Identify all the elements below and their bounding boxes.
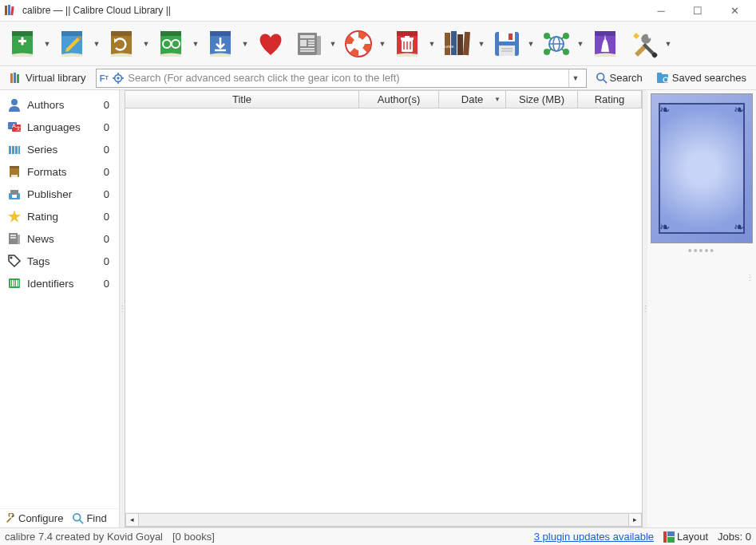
library-dropdown[interactable]: ▼: [476, 26, 487, 62]
help-dropdown[interactable]: ▼: [377, 26, 388, 62]
column-header-size[interactable]: Size (MB): [506, 91, 578, 108]
svg-rect-106: [663, 531, 667, 543]
tag-row-series[interactable]: Series0: [0, 138, 119, 160]
convert-books-dropdown[interactable]: ▼: [141, 26, 152, 62]
cover-image[interactable]: ❧❧ ❧❧: [651, 93, 753, 243]
edit-metadata-button[interactable]: [54, 26, 91, 62]
svg-rect-24: [308, 42, 315, 44]
tag-row-authors[interactable]: Authors0: [0, 93, 119, 116]
maximize-button[interactable]: ☐: [679, 0, 716, 22]
view-book-button[interactable]: [153, 26, 190, 62]
book-list-body[interactable]: [125, 109, 642, 512]
get-books-button[interactable]: [203, 26, 239, 62]
tag-count: 0: [104, 278, 113, 290]
tag-row-languages[interactable]: A文Languages0: [0, 116, 119, 138]
book-details: [647, 255, 756, 527]
find-label: Find: [86, 512, 106, 524]
languages-icon: A文: [6, 119, 22, 135]
preferences-dropdown[interactable]: ▼: [663, 26, 674, 62]
layout-button[interactable]: Layout: [663, 531, 708, 543]
fulltext-icon[interactable]: FT: [100, 73, 109, 83]
horizontal-scrollbar[interactable]: ◂ ▸: [125, 512, 642, 527]
edit-metadata-dropdown[interactable]: ▼: [91, 26, 102, 62]
tag-row-formats[interactable]: Formats0: [0, 160, 119, 183]
add-books-dropdown[interactable]: ▼: [42, 26, 53, 62]
tag-row-publisher[interactable]: Publisher0: [0, 183, 119, 205]
svg-rect-85: [15, 146, 18, 154]
search-row: Virtual library FT ▼ Search Saved search…: [0, 66, 756, 90]
tag-label: Tags: [27, 255, 104, 267]
svg-rect-65: [17, 74, 19, 83]
book-list-header: TitleAuthor(s)Date▼Size (MB)Rating: [125, 91, 642, 109]
get-books-dropdown[interactable]: ▼: [239, 26, 251, 62]
scroll-left-button[interactable]: ◂: [125, 513, 139, 527]
remove-books-dropdown[interactable]: ▼: [426, 26, 437, 62]
svg-rect-101: [14, 280, 15, 286]
panel-menu-icon[interactable]: ⋮: [746, 273, 754, 283]
virtual-library-label: Virtual library: [26, 72, 86, 84]
authors-icon: [6, 97, 22, 113]
minimize-button[interactable]: ─: [643, 0, 679, 22]
tag-count: 0: [104, 211, 113, 223]
save-to-disk-dropdown[interactable]: ▼: [525, 26, 536, 62]
preferences-button[interactable]: [626, 26, 663, 62]
titlebar: calibre — || Calibre Cloud Library || ─ …: [0, 0, 756, 22]
column-header-date[interactable]: Date▼: [439, 91, 506, 108]
svg-line-57: [548, 37, 552, 39]
svg-rect-95: [10, 235, 16, 236]
scroll-track[interactable]: [139, 513, 628, 527]
horizontal-splitter[interactable]: •••••: [647, 247, 756, 255]
tag-row-tags[interactable]: Tags0: [0, 250, 119, 272]
svg-line-56: [561, 37, 564, 39]
view-book-dropdown[interactable]: ▼: [190, 26, 201, 62]
search-box[interactable]: FT ▼: [96, 69, 587, 88]
news-icon: [6, 231, 22, 247]
fetch-news-button[interactable]: [291, 26, 327, 62]
status-bar: calibre 7.4 created by Kovid Goyal [0 bo…: [0, 527, 756, 545]
search-button[interactable]: Search: [592, 70, 647, 85]
gear-icon[interactable]: [112, 72, 125, 85]
convert-books-button[interactable]: [104, 26, 141, 62]
virtual-library-button[interactable]: Virtual library: [5, 69, 91, 88]
tag-count: 0: [104, 144, 113, 156]
svg-rect-108: [667, 537, 675, 543]
library-button[interactable]: CALIBRE: [439, 26, 476, 62]
column-header-title[interactable]: Title: [125, 91, 359, 108]
jobs-button[interactable]: Jobs: 0: [718, 531, 751, 543]
fetch-news-dropdown[interactable]: ▼: [327, 26, 338, 62]
svg-line-105: [80, 519, 83, 523]
find-button[interactable]: Find: [73, 512, 106, 524]
book-list: TitleAuthor(s)Date▼Size (MB)Rating ◂ ▸: [125, 90, 643, 527]
scroll-right-button[interactable]: ▸: [628, 513, 642, 527]
rating-icon: [6, 208, 22, 224]
help-button[interactable]: [340, 26, 377, 62]
edit-book-button[interactable]: [588, 26, 624, 62]
svg-rect-92: [12, 195, 17, 198]
configure-button[interactable]: Configure: [5, 512, 63, 524]
remove-books-button[interactable]: [390, 26, 426, 62]
save-to-disk-button[interactable]: [489, 26, 525, 62]
svg-rect-102: [16, 280, 18, 286]
connect-share-button[interactable]: [538, 26, 575, 62]
tag-count: 0: [104, 255, 113, 267]
search-input[interactable]: [128, 72, 568, 84]
add-books-button[interactable]: [5, 26, 42, 62]
tag-row-news[interactable]: News0: [0, 227, 119, 250]
svg-text:CALIBRE: CALIBRE: [441, 45, 454, 49]
saved-searches-button[interactable]: Saved searches: [652, 70, 751, 85]
column-header-rating[interactable]: Rating: [578, 91, 642, 108]
search-history-dropdown[interactable]: ▼: [568, 69, 583, 87]
connect-share-dropdown[interactable]: ▼: [575, 26, 586, 62]
donate-button[interactable]: [252, 26, 289, 62]
plugin-updates-link[interactable]: 3 plugin updates available: [534, 531, 654, 543]
close-button[interactable]: ✕: [716, 0, 753, 22]
tag-count: 0: [104, 233, 113, 245]
svg-rect-91: [10, 190, 18, 194]
cover-panel: ❧❧ ❧❧ ⋮ •••••: [647, 90, 756, 527]
tag-row-rating[interactable]: Rating0: [0, 205, 119, 227]
column-header-authors[interactable]: Author(s): [359, 91, 439, 108]
svg-rect-21: [300, 35, 315, 38]
svg-point-72: [596, 73, 604, 80]
svg-rect-0: [5, 6, 7, 15]
tag-row-identifiers[interactable]: Identifiers0: [0, 272, 119, 294]
